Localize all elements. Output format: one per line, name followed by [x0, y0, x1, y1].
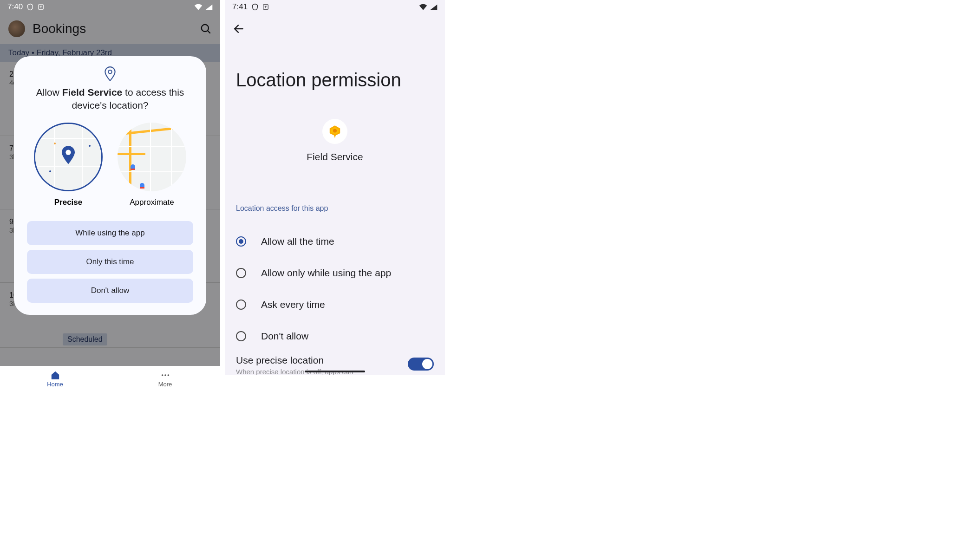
radio-icon: [236, 268, 246, 278]
option-dont-allow[interactable]: Don't allow: [236, 320, 434, 352]
radio-group: Allow all the time Allow only while usin…: [236, 226, 434, 352]
shield-icon: [26, 3, 34, 11]
system-nav-pill: [305, 371, 365, 372]
status-bar: 7:40: [0, 0, 220, 14]
signal-icon: [430, 4, 438, 10]
status-time: 7:40: [7, 2, 23, 12]
precise-option[interactable]: Precise: [34, 123, 103, 207]
svg-point-4: [65, 150, 71, 155]
nav-home[interactable]: Home: [0, 366, 110, 392]
map-pin-icon: [60, 145, 76, 164]
accuracy-options: Precise Approximate: [14, 123, 206, 207]
signal-icon: [205, 4, 213, 10]
option-while-using[interactable]: Allow only while using the app: [236, 257, 434, 289]
svg-point-5: [161, 374, 163, 376]
radio-icon: [236, 236, 246, 247]
text-icon: [262, 4, 269, 10]
toggle-title: Use precise location: [236, 355, 408, 366]
only-this-time-button[interactable]: Only this time: [27, 250, 193, 274]
wifi-icon: [194, 4, 203, 10]
svg-point-3: [108, 70, 111, 73]
dialog-prompt: Allow Field Service to access this devic…: [14, 86, 206, 112]
arrow-left-icon: [233, 23, 245, 35]
svg-point-7: [167, 374, 169, 376]
approximate-label: Approximate: [130, 198, 174, 207]
toggle-switch[interactable]: [408, 358, 434, 371]
option-ask-every-time[interactable]: Ask every time: [236, 289, 434, 320]
location-permission-dialog: Allow Field Service to access this devic…: [14, 56, 206, 315]
approximate-option[interactable]: Approximate: [118, 123, 186, 207]
status-time: 7:41: [232, 2, 248, 12]
section-header: Location access for this app: [236, 204, 328, 213]
screen-location-settings: 7:41 Location permission Field Service L…: [225, 0, 445, 375]
back-button[interactable]: [230, 20, 247, 37]
app-identity: Field Service: [225, 119, 445, 163]
more-icon: [160, 371, 170, 380]
location-pin-icon: [14, 66, 206, 81]
page-heading: Location permission: [236, 70, 401, 91]
precise-label: Precise: [54, 198, 83, 207]
empty-space: [445, 0, 954, 560]
wifi-icon: [419, 4, 427, 10]
option-allow-all[interactable]: Allow all the time: [236, 226, 434, 257]
text-icon: [38, 4, 44, 10]
nav-more[interactable]: More: [110, 366, 220, 392]
app-name: Field Service: [307, 151, 363, 163]
shield-icon: [251, 3, 259, 11]
status-bar: 7:41: [225, 0, 445, 14]
svg-point-12: [333, 129, 337, 132]
dont-allow-button[interactable]: Don't allow: [27, 279, 193, 303]
bottom-nav: Home More: [0, 366, 220, 392]
svg-point-6: [164, 374, 166, 376]
while-using-app-button[interactable]: While using the app: [27, 221, 193, 245]
radio-icon: [236, 331, 246, 341]
screen-bookings: 7:40 Bookings Today • Friday, February 2…: [0, 0, 220, 392]
app-icon: [322, 119, 347, 144]
radio-icon: [236, 300, 246, 310]
home-icon: [50, 371, 60, 380]
